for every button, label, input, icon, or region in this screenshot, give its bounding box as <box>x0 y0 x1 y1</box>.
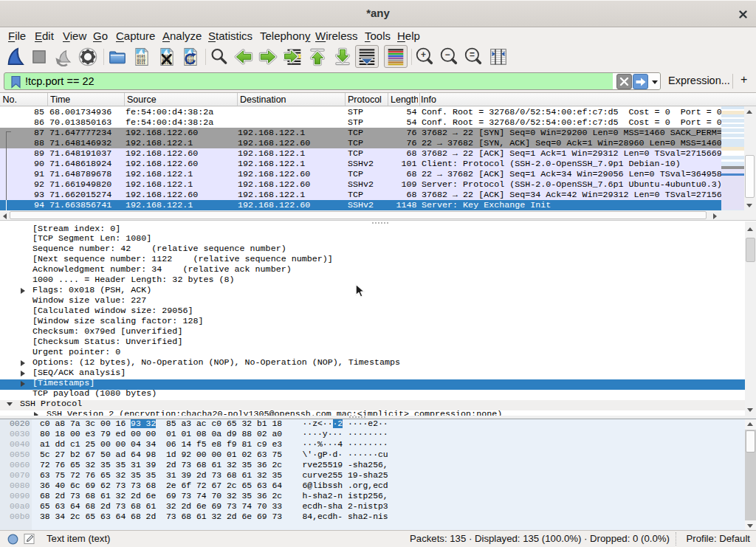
svg-text:+: + <box>421 49 426 60</box>
svg-text:0111: 0111 <box>137 61 146 65</box>
svg-text:=: = <box>470 49 475 60</box>
svg-text:−: − <box>445 49 450 60</box>
